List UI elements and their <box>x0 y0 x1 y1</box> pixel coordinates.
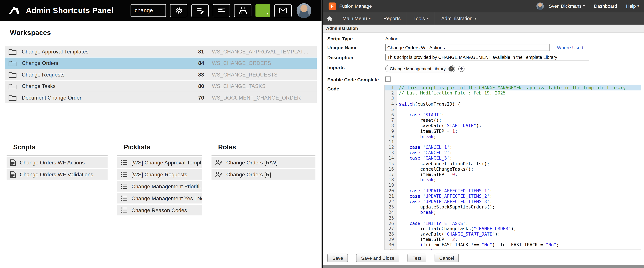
code-line: case 'UPDATE_AFFECTED_ITEMS_1': <box>397 188 641 193</box>
workspace-row[interactable]: Change Approval Templates81WS_CHANGE_APP… <box>5 46 316 57</box>
workspace-row[interactable]: Document Change Order70WS_DOCUMENT_CHANG… <box>5 92 316 103</box>
save-button[interactable]: Save <box>328 254 348 262</box>
nav-tools[interactable]: Tools ▾ <box>407 12 435 25</box>
imports-label: Imports <box>328 65 345 70</box>
code-editor[interactable]: 1234▾56789101112131415161718192021222324… <box>384 85 641 250</box>
user-avatar-small[interactable] <box>536 2 544 10</box>
list-item[interactable]: [WS] Change Requests <box>117 169 202 180</box>
import-chip[interactable]: Change Management Library × <box>385 65 455 72</box>
line-number: 11 <box>385 139 397 145</box>
edit-scripts-button[interactable] <box>191 4 208 17</box>
create-button[interactable]: ▾ <box>256 4 270 17</box>
fold-toggle-icon[interactable]: ▾ <box>396 102 397 107</box>
workspace-name: Change Approval Templates <box>22 49 88 55</box>
user-avatar[interactable] <box>296 3 311 18</box>
workflow-icon <box>239 7 246 14</box>
workflow-button[interactable] <box>234 4 252 17</box>
nav-main-menu[interactable]: Main Menu ▾ <box>336 12 377 25</box>
code-line <box>397 139 641 145</box>
picklist-icon <box>120 171 128 177</box>
footer-strip <box>323 265 644 268</box>
line-number: 4▾ <box>385 101 397 107</box>
unique-name-input[interactable] <box>385 44 550 51</box>
list-item[interactable]: Change Orders [R] <box>212 169 316 180</box>
line-number: 5 <box>385 107 397 112</box>
nav-reports[interactable]: Reports <box>377 12 407 25</box>
home-button[interactable] <box>323 12 336 25</box>
code-line: saveCancellationDetails(); <box>397 161 641 166</box>
list-item[interactable]: Change Management Prioriti… <box>117 181 202 192</box>
workspace-count: 70 <box>186 95 204 101</box>
workspace-row[interactable]: Change Tasks80WS_CHANGE_TASKS <box>5 81 316 92</box>
unique-name-label: Unique Name <box>328 45 358 50</box>
section-roles: RolesChange Orders [R/W]Change Orders [R… <box>212 140 316 180</box>
chevron-down-icon: ▾ <box>369 17 371 20</box>
role-icon <box>215 171 222 178</box>
workspace-code: WS_CHANGE_APPROVAL_TEMPLAT… <box>212 49 309 55</box>
add-import-button[interactable]: + <box>458 66 464 72</box>
remove-import-button[interactable]: × <box>448 66 454 72</box>
list-item[interactable]: Change Orders [R/W] <box>212 157 316 168</box>
where-used-link[interactable]: Where Used <box>557 45 583 50</box>
workspace-row[interactable]: Change Orders84WS_CHANGE_ORDERS <box>5 58 316 69</box>
user-menu[interactable]: Sven Dickmans ▾ <box>549 4 585 9</box>
picklist-icon <box>120 183 128 189</box>
test-button[interactable]: Test <box>408 254 426 262</box>
search-input[interactable] <box>131 4 166 17</box>
list-item[interactable]: Change Orders WF Validations <box>6 169 108 180</box>
nav-administration[interactable]: Administration ▾ <box>435 12 483 25</box>
code-line: break; <box>397 248 641 250</box>
code-line <box>397 96 641 101</box>
line-number: 27 <box>385 226 397 231</box>
script-type-value: Action <box>385 36 398 41</box>
dashboard-link[interactable]: Dashboard <box>594 4 617 9</box>
list-item[interactable]: Change Management Yes | No <box>117 193 202 204</box>
description-input[interactable] <box>385 54 590 60</box>
brand-name: Fusion Manage <box>339 4 372 9</box>
folder-icon <box>8 71 17 78</box>
divider <box>5 42 316 42</box>
workspace-row[interactable]: Change Requests83WS_CHANGE_REQUESTS <box>5 69 316 80</box>
mail-button[interactable] <box>274 4 292 17</box>
divider <box>6 155 108 156</box>
line-number: 8 <box>385 123 397 128</box>
list-item[interactable]: [WS] Change Approval Templ… <box>117 157 202 168</box>
import-chip-label: Change Management Library <box>390 66 446 71</box>
gear-icon <box>175 7 182 14</box>
script-type-label: Script Type <box>328 36 353 41</box>
script-icon <box>10 171 16 178</box>
cancel-button[interactable]: Cancel <box>434 254 459 262</box>
item-label: Change Management Yes | No <box>131 195 202 201</box>
save-and-close-button[interactable]: Save and Close <box>356 254 400 262</box>
item-label: Change Reason Codes <box>131 207 187 213</box>
line-number: 18 <box>385 177 397 183</box>
code-line: item.STEP = 2; <box>397 237 641 242</box>
editor-code[interactable]: // This script is part of the CHANGE MAN… <box>397 85 641 249</box>
help-menu[interactable]: Help ▾ <box>626 4 639 9</box>
code-line: switch(customTransID) { <box>397 101 641 107</box>
line-number: 23 <box>385 204 397 210</box>
line-number: 9 <box>385 128 397 134</box>
line-number: 13 <box>385 150 397 156</box>
line-number: 21 <box>385 193 397 199</box>
main-nav-items: Main Menu ▾ReportsTools ▾Administration … <box>336 12 483 25</box>
list-item[interactable]: Change Reason Codes <box>117 205 202 215</box>
admin-shortcuts-panel: Admin Shortcuts Panel ▾ Workspaces Chang… <box>0 0 322 268</box>
line-number: 7 <box>385 118 397 123</box>
line-number: 25 <box>385 215 397 221</box>
user-name: Sven Dickmans <box>549 4 582 9</box>
picklist-icon <box>120 195 128 201</box>
section-heading: Picklists <box>124 143 202 151</box>
workspaces-heading: Workspaces <box>10 29 51 37</box>
item-label: [WS] Change Approval Templ… <box>131 159 202 166</box>
enable-code-complete-checkbox[interactable] <box>385 77 391 82</box>
code-line: case 'CANCEL_3': <box>397 156 641 161</box>
line-number: 22 <box>385 199 397 204</box>
editor-gutter: 1234▾56789101112131415161718192021222324… <box>385 85 397 249</box>
folder-icon <box>8 48 17 55</box>
picklists-button[interactable] <box>213 4 230 17</box>
item-label: Change Orders WF Validations <box>20 171 93 177</box>
list-item[interactable]: Change Orders WF Actions <box>6 157 108 168</box>
settings-button[interactable] <box>170 4 187 17</box>
item-label: Change Orders [R] <box>226 171 271 177</box>
